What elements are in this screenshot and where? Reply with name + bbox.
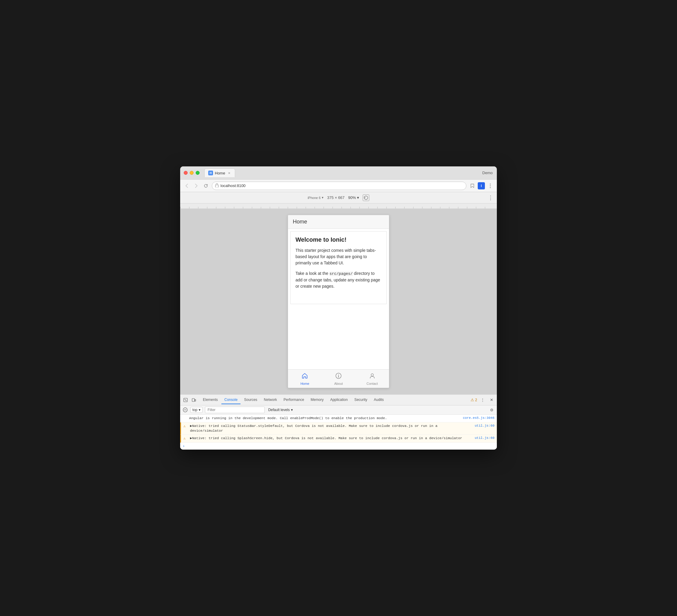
device-name: iPhone 6 bbox=[308, 196, 321, 199]
console-message-2: ⚠ ▶Native: tried calling SplashScreen.hi… bbox=[180, 435, 497, 443]
device-toolbar: iPhone 6 ▾ 375 × 667 90% ▾ ⋮ bbox=[180, 192, 497, 203]
devtools-tab-bar: Elements Console Sources Network Perform… bbox=[180, 395, 497, 406]
context-selector[interactable]: top ▾ bbox=[190, 407, 202, 413]
svg-point-6 bbox=[338, 374, 339, 375]
back-button[interactable] bbox=[183, 182, 190, 189]
tab-about-label: About bbox=[334, 382, 343, 385]
console-message-1: ⚠ ▶Native: tried calling StatusBar.style… bbox=[180, 422, 497, 435]
phone-body: Welcome to Ionic! This starter project c… bbox=[290, 231, 387, 304]
ruler bbox=[180, 203, 497, 209]
tab-about[interactable]: About bbox=[322, 370, 356, 388]
console-message-0: Angular is running in the development mo… bbox=[180, 415, 497, 422]
directory-paragraph: Take a look at the src/pages/ directory … bbox=[296, 270, 381, 289]
svg-point-2 bbox=[490, 185, 491, 186]
extension-icon[interactable]: i bbox=[478, 182, 485, 189]
svg-point-7 bbox=[371, 374, 373, 376]
title-bar: H Home ✕ Demo bbox=[180, 167, 497, 180]
tab-contact-label: Contact bbox=[367, 382, 378, 385]
devtools-more-button[interactable]: ⋮ bbox=[479, 396, 486, 404]
tab-contact[interactable]: Contact bbox=[355, 370, 389, 388]
tab-elements[interactable]: Elements bbox=[200, 396, 221, 404]
minimize-button[interactable] bbox=[190, 171, 194, 175]
tab-favicon: H bbox=[208, 171, 213, 175]
reload-button[interactable] bbox=[202, 182, 210, 189]
clear-console-button[interactable] bbox=[183, 407, 188, 413]
lock-icon bbox=[215, 183, 219, 188]
inspect-element-button[interactable] bbox=[182, 396, 189, 404]
context-dropdown-icon: ▾ bbox=[199, 408, 200, 412]
home-icon bbox=[302, 373, 308, 381]
warning-badge: ⚠ 2 bbox=[470, 397, 477, 402]
devtools-panel-icons bbox=[182, 396, 197, 404]
tab-sources[interactable]: Sources bbox=[241, 396, 260, 404]
device-selector[interactable]: iPhone 6 ▾ bbox=[308, 196, 324, 199]
menu-icon[interactable] bbox=[487, 182, 494, 189]
page-title: Home bbox=[293, 219, 307, 225]
devtools-close-button[interactable]: ✕ bbox=[488, 396, 495, 404]
svg-rect-11 bbox=[195, 399, 196, 401]
tab-bar: H Home ✕ bbox=[205, 169, 493, 177]
zoom-level: 90% bbox=[348, 195, 356, 200]
log-level-selector[interactable]: Default levels ▾ bbox=[267, 407, 294, 413]
svg-point-1 bbox=[490, 183, 491, 184]
device-toolbar-more[interactable]: ⋮ bbox=[488, 194, 493, 201]
console-prompt[interactable]: › bbox=[180, 443, 497, 449]
tab-console[interactable]: Console bbox=[221, 396, 240, 404]
svg-point-3 bbox=[490, 187, 491, 188]
device-dropdown-icon: ▾ bbox=[322, 196, 324, 199]
console-message-text-1: ▶Native: tried calling StatusBar.styleDe… bbox=[190, 424, 472, 433]
device-mode-button[interactable] bbox=[190, 396, 197, 404]
warning-icon: ⚠ bbox=[470, 397, 474, 402]
address-bar: localhost:8100 i bbox=[180, 180, 497, 192]
rotate-button[interactable] bbox=[363, 194, 369, 201]
phone-header: Home bbox=[288, 215, 389, 229]
zoom-dropdown-icon: ▾ bbox=[357, 195, 359, 200]
level-dropdown-icon: ▾ bbox=[291, 408, 293, 412]
url-bar[interactable]: localhost:8100 bbox=[212, 182, 466, 190]
info-icon bbox=[335, 373, 342, 381]
close-button[interactable] bbox=[184, 171, 188, 175]
tab-audits[interactable]: Audits bbox=[371, 396, 387, 404]
console-message-text-2: ▶Native: tried calling SplashScreen.hide… bbox=[190, 436, 472, 441]
url-text: localhost:8100 bbox=[221, 183, 463, 188]
prompt-caret-icon: › bbox=[183, 444, 185, 448]
svg-line-9 bbox=[185, 399, 186, 401]
console-settings-button[interactable]: ⚙ bbox=[489, 407, 494, 413]
zoom-selector[interactable]: 90% ▾ bbox=[348, 195, 359, 200]
bookmark-icon[interactable] bbox=[469, 182, 476, 189]
intro-paragraph: This starter project comes with simple t… bbox=[296, 247, 381, 266]
warning-count: 2 bbox=[475, 398, 477, 402]
tab-title: Home bbox=[215, 171, 225, 175]
tab-performance[interactable]: Performance bbox=[280, 396, 307, 404]
forward-button[interactable] bbox=[193, 182, 200, 189]
tab-home-label: Home bbox=[301, 382, 309, 385]
phone-frame: Home Welcome to Ionic! This starter proj… bbox=[288, 215, 389, 388]
console-filter-input[interactable] bbox=[205, 407, 265, 413]
traffic-lights bbox=[184, 171, 199, 175]
warning-message-icon-1: ⚠ bbox=[183, 424, 188, 429]
browser-tab[interactable]: H Home ✕ bbox=[205, 169, 235, 177]
console-message-source-2[interactable]: util.js:60 bbox=[475, 436, 494, 440]
tab-close-button[interactable]: ✕ bbox=[227, 171, 231, 175]
context-value: top bbox=[192, 408, 197, 412]
warning-message-icon-2: ⚠ bbox=[183, 436, 188, 441]
contact-icon bbox=[369, 373, 375, 381]
address-bar-actions: i bbox=[469, 182, 494, 189]
console-message-source-0[interactable]: core.es5.js:3046 bbox=[463, 416, 494, 420]
tab-application[interactable]: Application bbox=[327, 396, 351, 404]
console-toolbar: top ▾ Default levels ▾ ⚙ bbox=[180, 406, 497, 415]
tab-security[interactable]: Security bbox=[351, 396, 370, 404]
devtools-panel: Elements Console Sources Network Perform… bbox=[180, 394, 497, 449]
tab-memory[interactable]: Memory bbox=[308, 396, 326, 404]
phone-tab-bar: Home About Contact bbox=[288, 369, 389, 388]
console-message-text-0: Angular is running in the development mo… bbox=[189, 416, 460, 421]
demo-label: Demo bbox=[482, 171, 493, 175]
svg-rect-10 bbox=[192, 398, 194, 401]
svg-rect-0 bbox=[215, 185, 218, 187]
log-level-value: Default levels bbox=[268, 408, 290, 412]
tab-network[interactable]: Network bbox=[261, 396, 280, 404]
maximize-button[interactable] bbox=[196, 171, 199, 175]
console-message-source-1[interactable]: util.js:60 bbox=[475, 424, 494, 428]
phone-spacer bbox=[288, 306, 389, 369]
tab-home[interactable]: Home bbox=[288, 370, 322, 388]
